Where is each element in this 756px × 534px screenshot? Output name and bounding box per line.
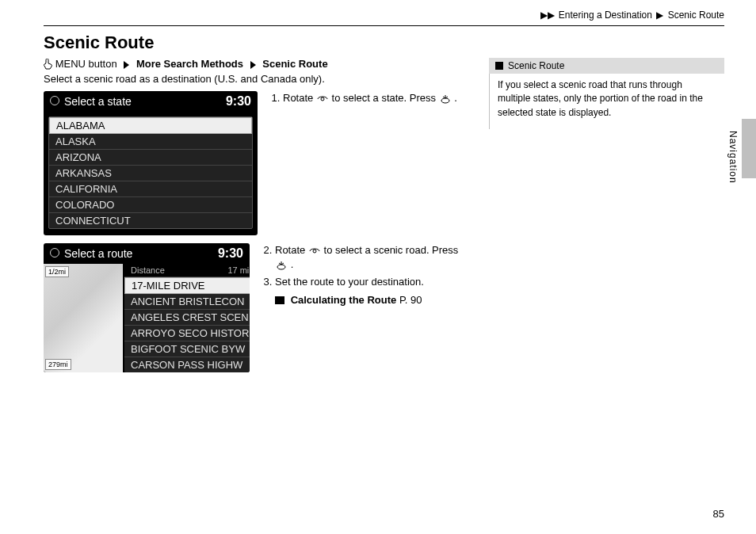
list-item: ALABAMA [49, 117, 252, 134]
list-item: COLORADO [49, 197, 252, 213]
note-heading: Scenic Route [508, 60, 564, 71]
page-title: Scenic Route [44, 32, 724, 53]
chevron-right-icon: ▶▶ [539, 10, 556, 21]
route-right-panel: Distance 17 mi 17-MILE DRIVE ANCIENT BRI… [124, 264, 250, 372]
nav-path: MENU button More Search Methods Scenic R… [44, 58, 472, 70]
crossref-page: P. 90 [399, 294, 422, 306]
svg-point-3 [277, 265, 285, 269]
list-item: ARKANSAS [49, 166, 252, 181]
breadcrumb-l1: Entering a Destination [559, 10, 652, 21]
step-1-text: Rotate to select a state. Press . [269, 91, 457, 109]
rotate-dial-icon [316, 94, 329, 104]
route-subheader: Distance 17 mi [124, 264, 250, 277]
book-icon [275, 296, 284, 304]
crossref: Calculating the Route P. 90 [275, 293, 472, 307]
triangle-right-icon [124, 61, 129, 69]
list-item: 17-MILE DRIVE [124, 277, 250, 294]
distance-label: Distance [131, 265, 165, 275]
hand-icon [44, 59, 52, 70]
list-item: ANGELES CREST SCEN [124, 310, 250, 326]
state-list: ALABAMA ALASKA ARIZONA ARKANSAS CALIFORN… [48, 116, 253, 229]
step-block-2: Select a route 9:30 1/2mi 279mi Distance… [44, 243, 472, 372]
svg-point-2 [313, 250, 316, 253]
list-item: ARROYO SECO HISTOR [124, 326, 250, 341]
screenshot-title: Select a state [50, 95, 132, 108]
step-2-c: . [291, 258, 294, 270]
step-2-b: to select a scenic road. Press [324, 244, 459, 256]
side-tab [742, 119, 756, 178]
step-1-a: Rotate [283, 92, 316, 104]
step-1: Rotate to select a state. Press . [283, 91, 457, 105]
screenshot-title: Select a route [50, 247, 132, 260]
press-dial-icon [275, 261, 288, 270]
breadcrumb-l2: Scenic Route [668, 10, 724, 21]
step-3-text: Set the route to your destination. [275, 276, 424, 288]
list-item: ANCIENT BRISTLECON [124, 294, 250, 310]
list-item: CALIFORNIA [49, 181, 252, 197]
step-block-1: Select a state 9:30 ALABAMA ALASKA ARIZO… [44, 91, 472, 235]
svg-point-1 [441, 98, 449, 103]
list-item: BIGFOOT SCENIC BYW [124, 341, 250, 357]
screenshot-header: Select a state 9:30 [44, 91, 258, 112]
list-item: CONNECTICUT [49, 213, 252, 228]
page: ▶▶ Entering a Destination ▶ Scenic Route… [0, 0, 756, 534]
breadcrumb: ▶▶ Entering a Destination ▶ Scenic Route [44, 10, 724, 26]
screenshot-body: ALABAMA ALASKA ARIZONA ARKANSAS CALIFORN… [44, 112, 258, 235]
scale-bottom: 279mi [45, 359, 71, 370]
column-right: Scenic Route If you select a scenic road… [489, 58, 724, 380]
note-header: Scenic Route [489, 58, 724, 74]
screenshot-clock: 9:30 [218, 246, 243, 261]
screenshot-body: 1/2mi 279mi Distance 17 mi 17-MILE DRIVE… [44, 264, 250, 372]
rotate-dial-icon [308, 246, 321, 256]
page-number: 85 [713, 508, 724, 520]
content-columns: MENU button More Search Methods Scenic R… [44, 58, 724, 380]
distance-value: 17 mi [227, 265, 249, 275]
screenshot-header: Select a route 9:30 [44, 243, 250, 264]
step-1-b: to select a state. Press [332, 92, 439, 104]
nav-menu-button: MENU button [55, 58, 117, 70]
list-item: ARIZONA [49, 150, 252, 166]
crossref-label: Calculating the Route [291, 294, 397, 306]
triangle-right-icon [250, 61, 256, 69]
route-list: 17-MILE DRIVE ANCIENT BRISTLECON ANGELES… [124, 277, 250, 372]
subtitle: Select a scenic road as a destination (U… [44, 73, 472, 85]
list-item: ALASKA [49, 134, 252, 150]
nav-screenshot-route: Select a route 9:30 1/2mi 279mi Distance… [44, 243, 250, 372]
svg-point-0 [321, 97, 324, 101]
chevron-right-icon: ▶ [655, 10, 665, 21]
note-icon [495, 62, 503, 70]
nav-more-search: More Search Methods [136, 58, 243, 70]
step-1-c: . [454, 92, 457, 104]
list-item: CARSON PASS HIGHW [124, 357, 250, 372]
column-left: MENU button More Search Methods Scenic R… [44, 58, 472, 380]
screenshot-clock: 9:30 [226, 94, 251, 109]
press-dial-icon [439, 94, 452, 104]
scale-top: 1/2mi [45, 266, 69, 277]
step-3: Set the route to your destination. Calcu… [275, 275, 472, 307]
nav-screenshot-state: Select a state 9:30 ALABAMA ALASKA ARIZO… [44, 91, 258, 235]
side-tab-label: Navigation [727, 131, 739, 184]
step-2: Rotate to select a scenic road. Press . [275, 243, 472, 272]
step-23-text: Rotate to select a scenic road. Press . … [261, 243, 472, 311]
nav-scenic-route: Scenic Route [262, 58, 327, 70]
map-panel: 1/2mi 279mi [44, 264, 124, 372]
note-body: If you select a scenic road that runs th… [489, 74, 724, 129]
step-2-a: Rotate [275, 244, 308, 256]
